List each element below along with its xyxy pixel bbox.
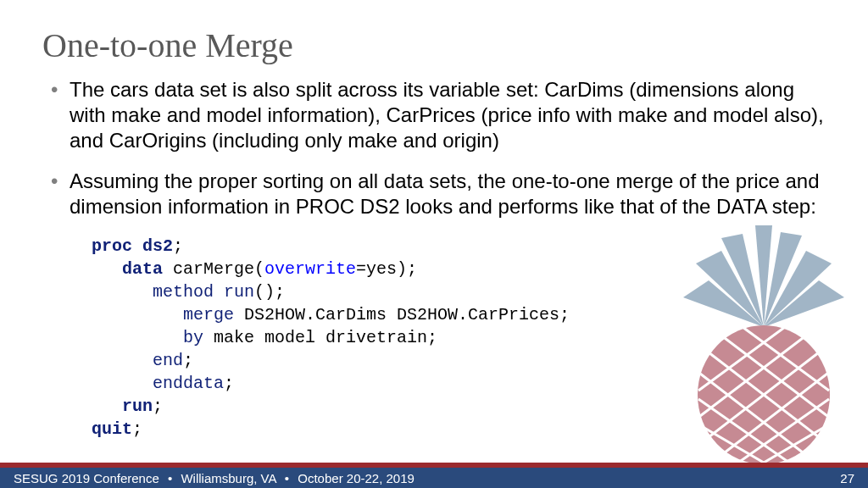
bullet-list: The cars data set is also split across i… <box>42 77 826 219</box>
code-text: ; <box>132 419 142 439</box>
slide-title: One-to-one Merge <box>42 25 826 65</box>
code-text: (); <box>254 282 285 302</box>
code-text: ; <box>173 236 183 256</box>
code-opt: overwrite <box>264 259 356 279</box>
code-stmt: method run <box>153 282 254 302</box>
code-text: ; <box>183 351 193 370</box>
code-text: carMerge( <box>163 259 264 279</box>
code-block: proc ds2; data carMerge(overwrite=yes); … <box>92 235 826 441</box>
bullet-item: Assuming the proper sorting on all data … <box>51 169 826 219</box>
code-text: ; <box>224 374 234 393</box>
code-stmt: end <box>153 351 183 370</box>
code-stmt: enddata <box>153 374 224 393</box>
code-stmt: by <box>183 328 203 347</box>
separator-dot: • <box>285 471 289 485</box>
footer-bar: SESUG 2019 Conference • Williamsburg, VA… <box>0 463 868 488</box>
code-text: DS2HOW.CarDims DS2HOW.CarPrices; <box>234 305 570 324</box>
conference-location: Williamsburg, VA <box>181 471 275 485</box>
page-number: 27 <box>840 471 854 485</box>
conference-name: SESUG 2019 Conference <box>14 471 159 485</box>
code-kw: run <box>122 396 153 416</box>
code-kw: quit <box>92 419 132 439</box>
bullet-item: The cars data set is also split across i… <box>51 77 826 153</box>
footer-left: SESUG 2019 Conference • Williamsburg, VA… <box>14 471 415 485</box>
code-kw: proc ds2 <box>92 236 173 256</box>
code-text: =yes); <box>356 259 417 279</box>
code-text: ; <box>153 396 163 416</box>
code-text: make model drivetrain; <box>203 328 437 347</box>
separator-dot: • <box>168 471 172 485</box>
code-stmt: merge <box>183 305 234 324</box>
code-kw: data <box>122 259 163 279</box>
conference-dates: October 20-22, 2019 <box>298 471 415 485</box>
